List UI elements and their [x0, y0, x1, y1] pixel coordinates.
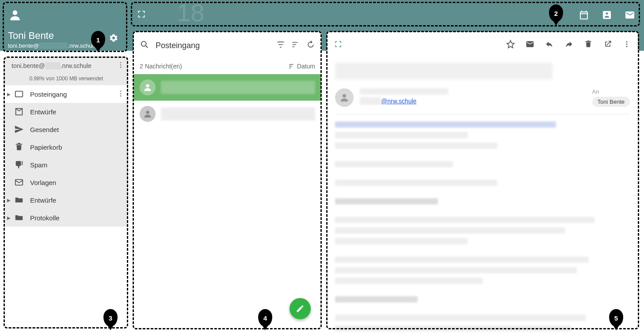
forward-icon[interactable]: [564, 40, 573, 50]
recipient-chip[interactable]: Toni Bente: [592, 97, 630, 107]
chevron-right-icon[interactable]: ▶: [7, 92, 11, 97]
svg-point-11: [146, 111, 149, 114]
profile-block: Toni Bente toni.bente@xxxxxxxxxx.nrw.sch…: [8, 8, 96, 49]
contacts-icon[interactable]: [602, 10, 612, 22]
sender-avatar: [335, 88, 354, 107]
from-row: xxxxxx@nrw.schule An Toni Bente: [327, 84, 638, 114]
from-email[interactable]: @nrw.schule: [381, 98, 416, 105]
chevron-right-icon[interactable]: ▶: [7, 198, 11, 203]
search-icon[interactable]: [140, 40, 149, 51]
to-block: An Toni Bente: [592, 88, 630, 107]
star-icon[interactable]: [506, 40, 515, 50]
svg-point-9: [141, 42, 146, 46]
svg-point-10: [146, 84, 149, 87]
inbox-icon: [14, 89, 24, 99]
folder-spam[interactable]: Spam: [4, 156, 128, 174]
svg-point-1: [120, 62, 122, 63]
message-list-panel: Posteingang 2 Nachricht(en) Datum: [133, 32, 321, 330]
delete-icon[interactable]: [584, 40, 593, 50]
message-avatar: [140, 106, 156, 122]
folder-protokolle[interactable]: ▶ Protokolle: [4, 209, 128, 227]
storage-line: 0.98% von 1000 MB verwendet: [4, 74, 128, 85]
message-avatar: [140, 79, 156, 95]
message-item[interactable]: [133, 74, 321, 101]
profile-name: Toni Bente: [8, 30, 96, 42]
svg-rect-4: [15, 91, 23, 97]
trash-icon: [14, 142, 24, 152]
folder-icon: [14, 195, 24, 205]
svg-point-7: [120, 95, 122, 96]
drafts-icon: [14, 107, 24, 117]
svg-point-15: [343, 94, 346, 98]
header-app-icons: [579, 10, 635, 22]
more-icon[interactable]: [117, 61, 125, 70]
mail-outline-icon: [14, 177, 24, 187]
svg-point-0: [13, 10, 18, 15]
svg-point-5: [120, 91, 122, 92]
compose-fab[interactable]: [290, 298, 311, 319]
send-icon: [14, 125, 24, 134]
svg-point-3: [120, 67, 122, 68]
svg-point-6: [120, 93, 122, 94]
svg-point-13: [626, 44, 628, 45]
folder-trash[interactable]: Papierkorb: [4, 138, 128, 156]
expand-icon[interactable]: [334, 40, 342, 50]
folder-sidebar: toni.bente@xxxxx.nrw.schule 0.98% von 10…: [4, 57, 128, 227]
mail-icon[interactable]: [625, 10, 635, 22]
folder-icon: [14, 213, 24, 223]
message-list-title: Posteingang: [156, 41, 270, 50]
message-list-header: Posteingang: [133, 32, 321, 59]
svg-point-12: [626, 41, 628, 42]
open-new-icon[interactable]: [603, 40, 612, 50]
content-toolbar: [327, 32, 638, 58]
person-icon: [8, 8, 22, 22]
filter-icon[interactable]: [276, 40, 285, 51]
refresh-icon[interactable]: [306, 40, 315, 51]
chevron-right-icon[interactable]: ▶: [7, 215, 11, 220]
mail-body-blurred: [335, 121, 630, 332]
subject-blurred: [335, 63, 553, 79]
folder-sent[interactable]: Gesendet: [4, 121, 128, 138]
settings-gear-icon[interactable]: [109, 33, 118, 45]
folder-drafts[interactable]: Entwürfe: [4, 103, 128, 121]
ghost-number: 18: [177, 0, 204, 27]
folder-templates[interactable]: Vorlagen: [4, 174, 128, 191]
folder-drafts2[interactable]: ▶ Entwürfe: [4, 191, 128, 209]
svg-point-2: [120, 64, 122, 66]
folder-inbox[interactable]: ▶ Posteingang: [4, 85, 128, 103]
account-row[interactable]: toni.bente@xxxxx.nrw.schule: [4, 57, 128, 74]
sort-icon[interactable]: [291, 40, 300, 51]
more-icon[interactable]: [623, 40, 631, 50]
profile-email: toni.bente@xxxxxxxxxx.nrw.schule: [8, 42, 96, 49]
message-count-row: 2 Nachricht(en) Datum: [133, 59, 321, 74]
sort-label[interactable]: Datum: [288, 63, 315, 70]
fullscreen-icon[interactable]: [137, 10, 146, 20]
thumbs-down-icon: [14, 160, 24, 170]
calendar-icon[interactable]: [579, 10, 589, 22]
mail-content-panel: xxxxxx@nrw.schule An Toni Bente: [327, 32, 638, 330]
mark-unread-icon[interactable]: [526, 40, 534, 50]
message-item[interactable]: [133, 101, 321, 127]
svg-point-14: [626, 46, 628, 47]
reply-icon[interactable]: [545, 40, 554, 50]
more-icon[interactable]: [117, 90, 125, 99]
